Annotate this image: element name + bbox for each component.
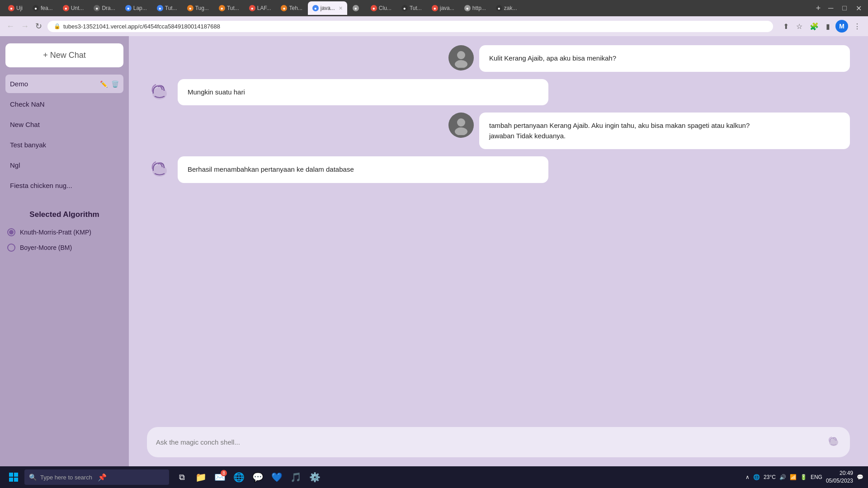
browser-tab-12[interactable]: ● Clu... bbox=[366, 1, 396, 15]
chat-list: Demo ✏️ 🗑️ Check NaN ✏️ 🗑️ New Chat ✏️ 🗑… bbox=[5, 75, 123, 195]
notifications-icon[interactable]: 💬 bbox=[857, 474, 863, 480]
taskbar-app-icons: ⧉ 📁 ✉️ 8 🌐 💬 💙 🎵 ⚙️ bbox=[173, 468, 324, 486]
mail-icon[interactable]: ✉️ 8 bbox=[211, 468, 229, 486]
line-icon[interactable]: 💬 bbox=[249, 468, 267, 486]
edit-chat-button[interactable]: ✏️ bbox=[100, 182, 108, 189]
url-bar[interactable]: 🔒 tubes3-13521041.vercel.app/c/6454fcca5… bbox=[47, 21, 773, 32]
network-wifi-icon[interactable]: 📶 bbox=[790, 474, 797, 480]
spotify-icon[interactable]: 🎵 bbox=[287, 468, 305, 486]
browser-tab-14[interactable]: ● java... bbox=[427, 1, 459, 15]
browser-tab-15[interactable]: ● http... bbox=[460, 1, 491, 15]
delete-chat-button[interactable]: 🗑️ bbox=[111, 121, 119, 128]
share-icon[interactable]: ⬆ bbox=[781, 20, 791, 33]
svg-rect-7 bbox=[9, 473, 13, 477]
delete-chat-button[interactable]: 🗑️ bbox=[111, 182, 119, 189]
message-row-3: Berhasil menambahkan pertanyaan ke dalam… bbox=[147, 156, 850, 183]
extensions-icon[interactable]: 🧩 bbox=[808, 20, 821, 33]
security-icon: 🔒 bbox=[54, 23, 61, 29]
battery-icon[interactable]: 🔋 bbox=[800, 474, 807, 480]
input-box bbox=[147, 427, 850, 457]
chrome-icon[interactable]: 🌐 bbox=[230, 468, 248, 486]
browser-tab-2[interactable]: ● Unt... bbox=[58, 1, 89, 15]
browser-tab-11[interactable]: ● bbox=[348, 1, 365, 15]
delete-chat-button[interactable]: 🗑️ bbox=[111, 162, 119, 169]
browser-tab-10[interactable]: ● java... ✕ bbox=[308, 1, 347, 15]
message-row-0: Kulit Kerang Ajaib, apa aku bisa menikah… bbox=[147, 45, 850, 72]
taskbar: 🔍 Type here to search 📌 ⧉ 📁 ✉️ 8 🌐 💬 💙 🎵… bbox=[0, 466, 868, 488]
minimize-button[interactable]: ─ bbox=[826, 3, 836, 14]
browser-tab-0[interactable]: ● Uji bbox=[4, 1, 27, 15]
sidebar-chat-item-3[interactable]: Test banyak ✏️ 🗑️ bbox=[5, 136, 123, 154]
new-chat-button[interactable]: + New Chat bbox=[5, 43, 123, 67]
browser-tab-16[interactable]: ● zak... bbox=[491, 1, 522, 15]
browser-tab-3[interactable]: ● Dra... bbox=[89, 1, 119, 15]
sidebar-toggle-icon[interactable]: ▮ bbox=[824, 20, 832, 33]
delete-chat-button[interactable]: 🗑️ bbox=[111, 101, 119, 108]
date-display: 05/05/2023 bbox=[826, 477, 853, 485]
chat-input[interactable] bbox=[156, 438, 822, 446]
edit-chat-button[interactable]: ✏️ bbox=[100, 141, 108, 149]
sidebar-chat-item-5[interactable]: Fiesta chicken nug... ✏️ 🗑️ bbox=[5, 176, 123, 195]
network-icon[interactable]: 🌐 bbox=[753, 474, 760, 480]
app-container: + New Chat Demo ✏️ 🗑️ Check NaN ✏️ 🗑️ Ne… bbox=[0, 36, 868, 466]
edit-chat-button[interactable]: ✏️ bbox=[100, 162, 108, 169]
user-avatar bbox=[448, 45, 474, 70]
volume-icon[interactable]: 🔊 bbox=[779, 474, 786, 480]
browser-tab-13[interactable]: ● Tut... bbox=[397, 1, 426, 15]
radio-button-0[interactable] bbox=[7, 228, 15, 236]
sidebar-chat-item-4[interactable]: Ngl ✏️ 🗑️ bbox=[5, 156, 123, 174]
chat-item-label: Check NaN bbox=[10, 100, 100, 108]
sidebar-chat-item-1[interactable]: Check NaN ✏️ 🗑️ bbox=[5, 95, 123, 113]
hidden-icons-button[interactable]: ∧ bbox=[745, 474, 750, 480]
new-tab-button[interactable]: + bbox=[812, 2, 825, 14]
bookmark-icon[interactable]: ☆ bbox=[794, 20, 804, 33]
delete-chat-button[interactable]: 🗑️ bbox=[111, 80, 119, 88]
edit-chat-button[interactable]: ✏️ bbox=[100, 121, 108, 128]
back-button[interactable]: ← bbox=[5, 21, 15, 32]
browser-tab-6[interactable]: ● Tug... bbox=[183, 1, 213, 15]
radio-button-1[interactable] bbox=[7, 244, 15, 252]
forward-button[interactable]: → bbox=[20, 21, 30, 32]
chat-messages-area: Kulit Kerang Ajaib, apa aku bisa menikah… bbox=[129, 36, 868, 422]
algorithm-option-0[interactable]: Knuth-Morris-Pratt (KMP) bbox=[5, 225, 123, 240]
delete-chat-button[interactable]: 🗑️ bbox=[111, 141, 119, 149]
browser-tab-7[interactable]: ● Tut... bbox=[214, 1, 244, 15]
browser-tab-9[interactable]: ● Teh... bbox=[276, 1, 307, 15]
start-button[interactable] bbox=[5, 468, 23, 486]
chat-item-label: Fiesta chicken nug... bbox=[10, 182, 100, 189]
bot-avatar bbox=[147, 156, 172, 182]
menu-icon[interactable]: ⋮ bbox=[852, 20, 863, 33]
browser-tab-5[interactable]: ● Tut... bbox=[152, 1, 182, 15]
browser-tab-8[interactable]: ● LAF... bbox=[245, 1, 276, 15]
clock-display[interactable]: 20:49 05/05/2023 bbox=[826, 469, 853, 485]
edit-chat-button[interactable]: ✏️ bbox=[100, 101, 108, 108]
algorithm-section: Selected Algorithm Knuth-Morris-Pratt (K… bbox=[5, 206, 123, 260]
settings-icon[interactable]: ⚙️ bbox=[306, 468, 324, 486]
browser-tab-1[interactable]: ● fea... bbox=[28, 1, 57, 15]
browser-tab-4[interactable]: ● Lap... bbox=[121, 1, 151, 15]
sidebar-chat-item-2[interactable]: New Chat ✏️ 🗑️ bbox=[5, 115, 123, 134]
taskbar-search-bar[interactable]: 🔍 Type here to search 📌 bbox=[24, 469, 169, 485]
task-view-button[interactable]: ⧉ bbox=[173, 468, 191, 486]
tab-bar: ● Uji ● fea... ● Unt... ● Dra... ● Lap..… bbox=[0, 0, 868, 16]
browser-toolbar: ⬆ ☆ 🧩 ▮ M ⋮ bbox=[781, 20, 863, 33]
send-button[interactable] bbox=[826, 434, 841, 450]
profile-button[interactable]: M bbox=[835, 20, 848, 33]
svg-point-3 bbox=[457, 118, 465, 127]
reload-button[interactable]: ↻ bbox=[34, 20, 43, 32]
algorithm-option-1[interactable]: Boyer-Moore (BM) bbox=[5, 240, 123, 255]
address-bar: ← → ↻ 🔒 tubes3-13521041.vercel.app/c/645… bbox=[0, 16, 868, 36]
chat-item-label: New Chat bbox=[10, 121, 100, 128]
sidebar-chat-item-0[interactable]: Demo ✏️ 🗑️ bbox=[5, 75, 123, 93]
user-avatar bbox=[448, 113, 474, 138]
file-explorer-icon[interactable]: 📁 bbox=[192, 468, 210, 486]
svg-rect-10 bbox=[14, 478, 18, 482]
time-display: 20:49 bbox=[826, 469, 853, 477]
edit-chat-button[interactable]: ✏️ bbox=[100, 80, 108, 88]
vs-icon[interactable]: 💙 bbox=[268, 468, 286, 486]
close-button[interactable]: ✕ bbox=[853, 3, 864, 14]
language-display: ENG bbox=[811, 474, 822, 480]
svg-point-1 bbox=[455, 60, 467, 68]
sidebar: + New Chat Demo ✏️ 🗑️ Check NaN ✏️ 🗑️ Ne… bbox=[0, 36, 129, 466]
maximize-button[interactable]: □ bbox=[840, 3, 849, 14]
